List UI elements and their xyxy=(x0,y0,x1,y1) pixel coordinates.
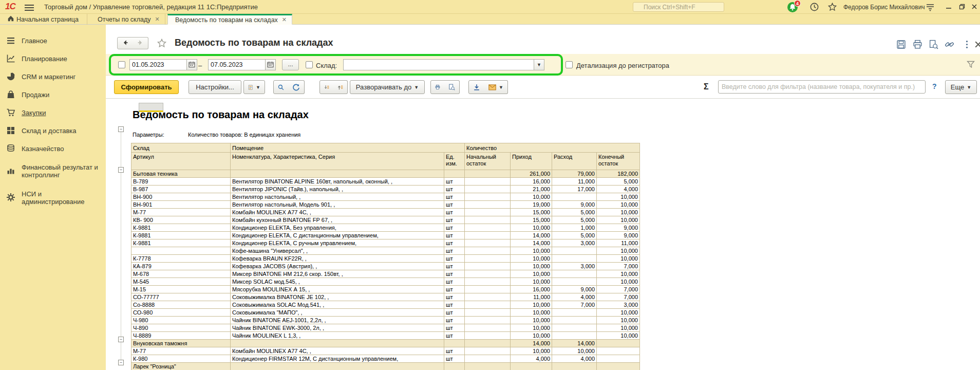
table-row[interactable]: В-987Вентилятор JIPONIC (Тайв.), напольн… xyxy=(131,186,640,193)
table-cell[interactable]: 10,000 xyxy=(511,317,552,324)
table-cell[interactable] xyxy=(552,193,597,201)
table-cell[interactable]: 19,000 xyxy=(511,201,552,209)
table-cell[interactable] xyxy=(597,363,640,370)
form-close-icon[interactable] xyxy=(973,40,980,50)
table-cell[interactable]: 9,000 xyxy=(597,232,640,239)
sidebar-item-5[interactable]: Закупки xyxy=(0,104,106,122)
sidebar-item-3[interactable]: CRM и маркетинг xyxy=(0,68,106,86)
table-cell[interactable] xyxy=(465,363,511,370)
table-row[interactable]: СО-77777Соковыжималка BINATONE JE 102, ,… xyxy=(131,293,640,301)
table-cell[interactable]: Соковыжималка "МАПО", , xyxy=(231,309,444,317)
table-cell[interactable]: Комбайн MOULINEX А77 4С, , xyxy=(231,209,444,216)
table-cell[interactable]: Чайник MOULINEX L 1,3, , xyxy=(231,332,444,340)
calendar-icon[interactable] xyxy=(265,59,276,70)
report-variants-button[interactable]: ▼ xyxy=(243,80,265,94)
table-cell[interactable]: 4,000 xyxy=(511,355,552,363)
table-cell[interactable] xyxy=(465,247,511,255)
window-restore-button[interactable] xyxy=(957,3,967,11)
table-cell[interactable]: Соковыжималка SOLAC Мод.541, , xyxy=(231,301,444,309)
favorite-star-icon[interactable] xyxy=(157,38,167,50)
table-cell[interactable]: Соковыжималка BINATONE JE 102, , xyxy=(231,293,444,301)
table-cell[interactable]: 10,000 xyxy=(511,255,552,263)
warehouse-input[interactable] xyxy=(344,60,534,70)
sidebar-item-8[interactable]: Финансовый результат и контроллинг xyxy=(0,158,106,184)
table-cell[interactable]: 10,000 xyxy=(511,263,552,270)
table-cell[interactable]: 10,000 xyxy=(597,216,640,224)
table-cell[interactable]: М-545 xyxy=(131,278,231,286)
table-cell[interactable]: шт xyxy=(444,232,465,239)
table-cell[interactable]: ВН-901 xyxy=(131,201,231,209)
group-row[interactable]: Внуковская таможня14,00014,000 xyxy=(131,340,640,347)
table-cell[interactable]: шт xyxy=(444,263,465,270)
table-cell[interactable] xyxy=(552,309,597,317)
table-cell[interactable]: Номенклатура, Характеристика, Серия xyxy=(231,153,444,170)
table-cell[interactable]: Кофе-машина "Универсал", , xyxy=(231,247,444,255)
table-cell[interactable]: 17,000 xyxy=(552,186,597,193)
current-user[interactable]: Федоров Борис Михайлович xyxy=(843,4,925,11)
table-cell[interactable]: 7,000 xyxy=(597,286,640,293)
table-cell[interactable]: шт xyxy=(444,239,465,247)
table-cell[interactable]: 10,000 xyxy=(511,309,552,317)
table-cell[interactable]: К-980 xyxy=(131,355,231,363)
calendar-icon[interactable] xyxy=(186,59,197,70)
table-cell[interactable]: К-9881 xyxy=(131,232,231,239)
tab-2[interactable]: Ведомость по товарам на складах✕ xyxy=(167,14,292,25)
table-cell[interactable]: В-987 xyxy=(131,186,231,193)
table-cell[interactable]: 10,000 xyxy=(597,324,640,332)
sidebar-item-7[interactable]: Казначейство xyxy=(0,140,106,158)
table-cell[interactable] xyxy=(231,363,444,370)
table-cell[interactable] xyxy=(444,363,465,370)
table-cell[interactable]: шт xyxy=(444,278,465,286)
table-cell[interactable]: 10,000 xyxy=(597,201,640,209)
table-cell[interactable] xyxy=(552,317,597,324)
table-cell[interactable] xyxy=(465,232,511,239)
table-cell[interactable]: Количество xyxy=(465,143,640,153)
print-button[interactable] xyxy=(430,80,445,94)
table-cell[interactable] xyxy=(465,355,511,363)
table-row[interactable]: Ч-890Чайник BINATONE EWK-3000, 2л, ,шт10… xyxy=(131,324,640,332)
table-cell[interactable]: Начальный остаток xyxy=(465,153,511,170)
table-cell[interactable]: шт xyxy=(444,293,465,301)
table-cell[interactable] xyxy=(465,340,511,347)
table-cell[interactable]: 9,000 xyxy=(597,224,640,232)
table-cell[interactable]: Чайник BINATONE AEJ-1001, 2,2л, , xyxy=(231,317,444,324)
table-cell[interactable]: Вентилятор BINATONE ALPINE 160вт, наполь… xyxy=(231,178,444,186)
table-cell[interactable]: Со-8888 xyxy=(131,301,231,309)
detail-checkbox[interactable] xyxy=(566,61,573,68)
table-cell[interactable] xyxy=(465,301,511,309)
table-cell[interactable]: Ч-8889 xyxy=(131,332,231,340)
table-cell[interactable] xyxy=(465,278,511,286)
table-row[interactable]: СО-980Соковыжималка "МАПО", ,шт10,00010,… xyxy=(131,309,640,317)
table-cell[interactable]: 10,000 xyxy=(597,309,640,317)
table-cell[interactable] xyxy=(552,247,597,255)
table-cell[interactable]: 182,000 xyxy=(597,170,640,178)
table-cell[interactable]: М-678 xyxy=(131,270,231,278)
table-cell[interactable] xyxy=(552,278,597,286)
table-cell[interactable]: Склад xyxy=(131,143,231,153)
table-cell[interactable] xyxy=(465,317,511,324)
table-cell[interactable]: шт xyxy=(444,309,465,317)
warehouse-checkbox[interactable] xyxy=(306,61,313,68)
table-cell[interactable]: К-9881 xyxy=(131,239,231,247)
table-cell[interactable]: 5,000 xyxy=(552,216,597,224)
table-cell[interactable]: 9,000 xyxy=(552,286,597,293)
table-cell[interactable]: 4,000 xyxy=(597,186,640,193)
table-cell[interactable]: Внуковская таможня xyxy=(131,340,231,347)
table-cell[interactable] xyxy=(465,224,511,232)
table-cell[interactable]: 7,000 xyxy=(552,301,597,309)
table-cell[interactable]: 5,000 xyxy=(597,178,640,186)
table-row[interactable]: К-9881Кондиционер ELEKTA, Без управления… xyxy=(131,224,640,232)
table-cell[interactable] xyxy=(552,324,597,332)
table-cell[interactable] xyxy=(231,170,444,178)
table-cell[interactable]: 16,000 xyxy=(511,286,552,293)
table-cell[interactable]: 16,000 xyxy=(511,178,552,186)
table-cell[interactable]: КА-879 xyxy=(131,263,231,270)
table-cell[interactable]: шт xyxy=(444,355,465,363)
table-cell[interactable] xyxy=(231,340,444,347)
table-cell[interactable]: Ч-890 xyxy=(131,324,231,332)
table-cell[interactable] xyxy=(131,247,231,255)
tab-close-icon[interactable]: ✕ xyxy=(282,16,287,23)
period-options-button[interactable]: ... xyxy=(282,59,299,70)
table-cell[interactable]: 11,000 xyxy=(511,293,552,301)
table-row[interactable]: М-15Мясорубка MOULINEX А 15, ,шт16,0009,… xyxy=(131,286,640,293)
